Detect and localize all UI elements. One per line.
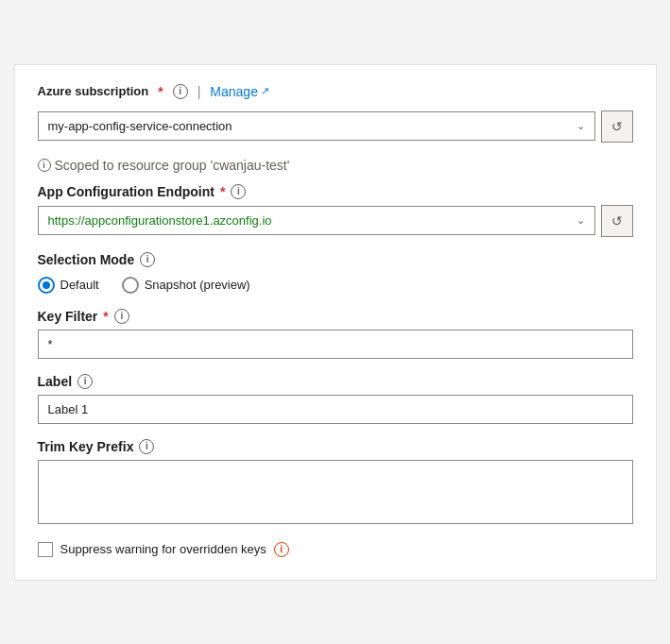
suppress-warning-checkbox[interactable] [38, 542, 53, 557]
key-filter-field: Key Filter * i [38, 309, 633, 359]
divider: | [198, 84, 201, 99]
key-filter-label: Key Filter [38, 309, 98, 324]
main-container: Azure subscription * i | Manage ↗ my-app… [14, 64, 657, 581]
subscription-refresh-button[interactable]: ↺ [601, 110, 633, 143]
manage-link[interactable]: Manage ↗ [210, 84, 269, 99]
required-marker: * [158, 84, 163, 99]
external-link-icon: ↗ [261, 85, 269, 97]
radio-default-inner [43, 281, 50, 289]
suppress-warning-label: Suppress warning for overridden keys [60, 542, 266, 556]
app-config-required-marker: * [220, 184, 225, 199]
scope-note-text: Scoped to resource group 'cwanjau-test' [55, 158, 290, 173]
app-config-endpoint-dropdown-row: https://appconfigurationstore1.azconfig.… [38, 205, 633, 237]
key-filter-input[interactable] [38, 330, 633, 359]
radio-option-default[interactable]: Default [38, 277, 99, 294]
label-input[interactable] [38, 395, 633, 424]
trim-key-prefix-info-icon[interactable]: i [139, 439, 154, 454]
label-label-row: Label i [38, 374, 633, 389]
selection-mode-radio-group: Default Snapshot (preview) [38, 277, 633, 294]
trim-key-prefix-field: Trim Key Prefix i [38, 439, 633, 527]
key-filter-info-icon[interactable]: i [114, 309, 129, 324]
scope-info-icon: i [38, 159, 51, 172]
app-config-endpoint-label-row: App Configuration Endpoint * i [38, 184, 633, 199]
selection-mode-info-icon[interactable]: i [140, 252, 155, 267]
selection-mode-label: Selection Mode [38, 252, 135, 267]
app-config-endpoint-refresh-button[interactable]: ↺ [601, 205, 633, 237]
label-info-icon[interactable]: i [77, 374, 93, 389]
app-config-chevron-icon: ⌄ [576, 214, 585, 227]
subscription-dropdown[interactable]: my-app-config-service-connection ⌄ [38, 111, 595, 141]
selection-mode-field: Selection Mode i Default Snapshot (previ… [38, 252, 633, 294]
suppress-warning-row: Suppress warning for overridden keys i [38, 542, 633, 557]
key-filter-label-row: Key Filter * i [38, 309, 633, 324]
azure-subscription-info-icon[interactable]: i [173, 84, 188, 99]
trim-key-prefix-label: Trim Key Prefix [38, 439, 134, 454]
manage-label: Manage [210, 84, 258, 99]
radio-option-snapshot[interactable]: Snapshot (preview) [122, 277, 250, 294]
radio-default-label: Default [60, 278, 99, 292]
subscription-field: my-app-config-service-connection ⌄ ↺ [38, 110, 633, 143]
suppress-warning-info-icon[interactable]: i [274, 542, 289, 557]
trim-key-prefix-label-row: Trim Key Prefix i [38, 439, 633, 454]
app-config-endpoint-info-icon[interactable]: i [231, 184, 246, 199]
app-config-endpoint-dropdown[interactable]: https://appconfigurationstore1.azconfig.… [38, 206, 595, 235]
key-filter-required-marker: * [103, 309, 108, 324]
radio-snapshot-label: Snapshot (preview) [145, 278, 250, 292]
label-label: Label [38, 374, 73, 389]
label-field: Label i [38, 374, 633, 424]
scope-note: i Scoped to resource group 'cwanjau-test… [38, 158, 633, 173]
chevron-down-icon: ⌄ [576, 120, 585, 132]
radio-snapshot-outer [122, 277, 139, 294]
subscription-value: my-app-config-service-connection [48, 119, 232, 133]
selection-mode-label-row: Selection Mode i [38, 252, 633, 267]
app-config-endpoint-field: App Configuration Endpoint * i https://a… [38, 184, 633, 237]
app-config-endpoint-value: https://appconfigurationstore1.azconfig.… [48, 213, 272, 228]
azure-subscription-label: Azure subscription [38, 84, 149, 98]
app-config-endpoint-label: App Configuration Endpoint [38, 184, 215, 199]
trim-key-prefix-textarea[interactable] [38, 460, 633, 524]
radio-default-outer [38, 277, 55, 294]
azure-subscription-header: Azure subscription * i | Manage ↗ [38, 84, 633, 99]
